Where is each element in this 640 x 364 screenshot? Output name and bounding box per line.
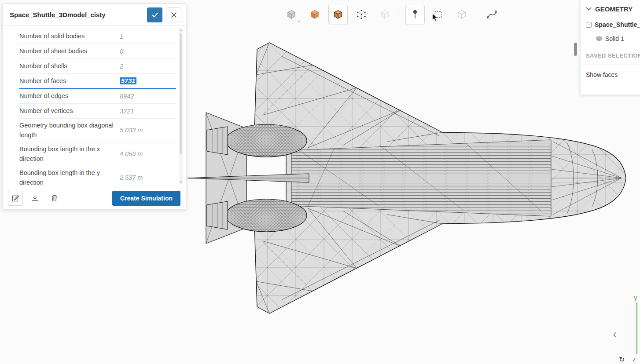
mouse-cursor-icon <box>432 14 438 22</box>
cancel-button[interactable] <box>166 7 181 22</box>
table-scroll-remnant <box>19 26 176 29</box>
table-row: Number of edges 8942 <box>19 89 176 104</box>
saved-selection-item[interactable]: Show faces <box>581 65 640 84</box>
row-label: Bounding box length in the x direction <box>19 144 120 164</box>
close-icon <box>171 12 177 18</box>
shuttle-model <box>188 43 626 313</box>
row-label: Geometry bounding box diagonal length <box>19 120 120 140</box>
transparent-cube-icon <box>379 9 390 20</box>
create-simulation-button[interactable]: Create Simulation <box>112 191 180 206</box>
panel-title: Space_Shuttle_3Dmodel_cisty <box>10 11 147 18</box>
row-value: 0 <box>120 48 176 55</box>
table-row: Number of solid bodies 1 <box>19 29 176 44</box>
edit-pencil-icon <box>12 194 19 202</box>
axis-y-label: y <box>634 294 637 301</box>
download-icon <box>31 194 39 202</box>
axis-z-label: z <box>633 355 636 363</box>
table-row: Bounding box length in the y direction 2… <box>19 166 176 187</box>
row-value: 5731 <box>120 77 176 84</box>
saved-selections-label: SAVED SELECTIONS <box>586 52 640 59</box>
row-label: Number of sheet bodies <box>19 46 120 56</box>
shaded-edges-cube-icon <box>333 9 343 20</box>
geometry-properties-panel: Space_Shuttle_3Dmodel_cisty Number of so… <box>2 4 186 209</box>
row-label: Number of edges <box>19 91 120 101</box>
geometry-section-header[interactable]: GEOMETRY <box>581 0 640 18</box>
download-button[interactable] <box>27 191 42 206</box>
panel-footer: Create Simulation <box>3 187 186 209</box>
trash-icon <box>51 194 58 202</box>
shaded-view-button[interactable] <box>305 5 324 24</box>
shaded-cube-icon <box>309 9 320 20</box>
spline-tool-button[interactable] <box>482 5 502 24</box>
axis-y-line <box>636 302 637 354</box>
table-row: Geometry bounding box diagonal length 5.… <box>19 119 176 142</box>
vertices-view-button[interactable] <box>352 5 371 24</box>
check-icon <box>151 11 158 18</box>
edit-button[interactable] <box>8 191 23 206</box>
properties-table: Number of solid bodies 1 Number of sheet… <box>3 26 186 187</box>
saved-selections-header: SAVED SELECTIONS <box>581 46 640 65</box>
row-value: 2.537 m <box>120 174 176 181</box>
transparent-view-button[interactable] <box>375 5 394 24</box>
shaded-edges-view-button[interactable] <box>328 5 348 24</box>
chevron-down-icon <box>586 7 592 11</box>
tree-child-label: Solid 1 <box>605 35 624 42</box>
row-label: Number of vertices <box>19 106 120 116</box>
row-label: Number of faces <box>19 76 120 86</box>
scroll-up-icon[interactable]: ▴ <box>179 29 183 32</box>
table-row: Number of sheet bodies 0 <box>19 44 176 59</box>
spline-curve-icon <box>487 9 497 20</box>
scrollbar-thumb[interactable] <box>180 33 182 154</box>
dropdown-caret-icon: ▾ <box>298 20 300 23</box>
row-value: 2 <box>120 63 176 70</box>
row-value: 4.059 m <box>120 150 176 157</box>
geometry-tree-panel: GEOMETRY − Space_Shuttle_3Dmodel_cisty S… <box>580 0 640 95</box>
probe-point-tool-button[interactable] <box>405 5 425 24</box>
table-row: Bounding box length in the x direction 4… <box>19 142 176 166</box>
tree-root-item[interactable]: − Space_Shuttle_3Dmodel_cisty <box>581 18 640 32</box>
viewport-scrollbar-thumb[interactable] <box>574 43 577 56</box>
view-toolbar: ▾ <box>282 5 502 24</box>
toolbar-separator <box>400 9 400 20</box>
panel-header: Space_Shuttle_3Dmodel_cisty <box>3 4 186 26</box>
table-row: Number of vertices 3221 <box>19 104 176 119</box>
table-row-faces: Number of faces 5731 <box>19 74 176 89</box>
rotate-cursor-icon: ↻ <box>619 355 625 364</box>
panel-scrollbar[interactable]: ▴ ▾ <box>179 29 183 184</box>
collapse-panel-chevron-icon[interactable]: ‹ <box>613 327 617 341</box>
row-label: Bounding box length in the y direction <box>19 168 120 187</box>
delete-button[interactable] <box>47 191 62 206</box>
geometry-section-label: GEOMETRY <box>595 5 633 13</box>
solid-view-button[interactable]: ▾ <box>282 5 301 24</box>
show-faces-label: Show faces <box>586 71 618 78</box>
mesh-cube-icon <box>456 9 467 20</box>
table-row: Number of shells 2 <box>19 59 176 74</box>
row-value: 3221 <box>120 108 176 115</box>
row-label: Number of shells <box>19 61 120 71</box>
probe-pin-icon <box>410 9 420 20</box>
tree-root-label: Space_Shuttle_3Dmodel_cisty <box>595 21 640 28</box>
solid-body-icon <box>596 35 603 42</box>
solid-cube-icon <box>286 9 297 20</box>
vertices-cube-icon <box>356 9 367 20</box>
row-value: 1 <box>120 33 176 40</box>
tree-child-item-solid[interactable]: Solid 1 <box>581 32 640 46</box>
mesh-view-button[interactable] <box>452 5 471 24</box>
row-label: Number of solid bodies <box>19 31 120 41</box>
confirm-button[interactable] <box>147 7 162 22</box>
toolbar-separator <box>477 9 477 20</box>
selected-value[interactable]: 5731 <box>120 77 136 84</box>
scroll-down-icon[interactable]: ▾ <box>179 181 183 184</box>
tree-collapse-icon[interactable]: − <box>586 22 592 28</box>
row-value: 8942 <box>120 93 176 100</box>
row-value: 5.033 m <box>120 127 176 134</box>
